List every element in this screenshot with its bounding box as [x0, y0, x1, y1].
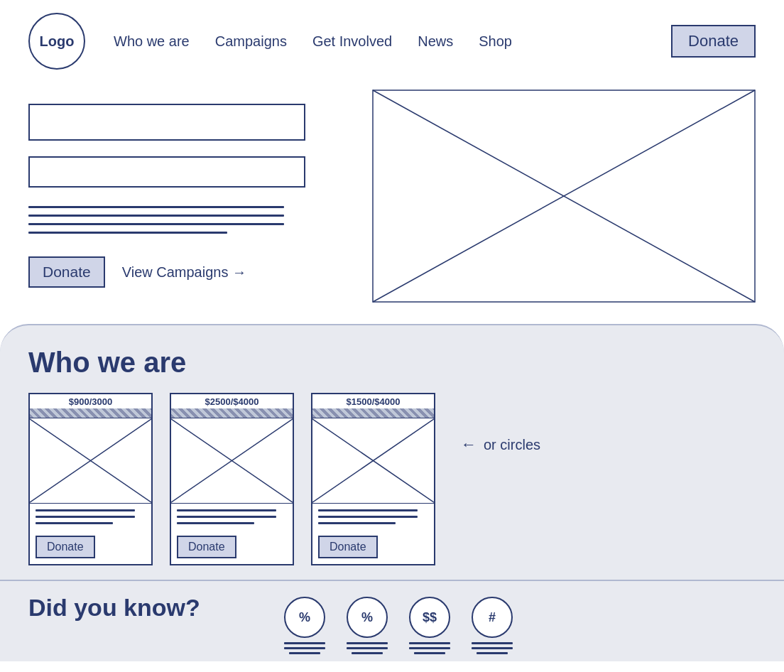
- hero-image-placeholder: [372, 90, 756, 303]
- card-3-line-1: [318, 509, 418, 511]
- nav-donate-button[interactable]: Donate: [671, 25, 756, 58]
- stat-icon-4: #: [472, 597, 513, 654]
- hero-section: Donate View Campaigns →: [0, 82, 784, 324]
- stat-lines-1: [284, 642, 325, 654]
- card-1-donate-button[interactable]: Donate: [36, 536, 95, 558]
- did-you-know-title: Did you know?: [28, 594, 241, 622]
- stat-line-2b: [347, 647, 388, 649]
- campaign-card-3: $1500/$4000 Donate: [311, 393, 435, 565]
- stat-circle-3: $$: [409, 597, 450, 638]
- nav-news[interactable]: News: [418, 33, 453, 50]
- card-3-image: [312, 418, 434, 504]
- campaign-cards: $900/3000 Donate $2500/: [28, 393, 756, 565]
- arrow-icon: ←: [461, 435, 477, 454]
- hero-text-lines: [28, 206, 355, 234]
- stat-icon-2: %: [347, 597, 388, 654]
- card-1-line-1: [36, 509, 135, 511]
- card-2-image: [171, 418, 293, 504]
- stat-circle-1: %: [284, 597, 325, 638]
- hero-line-2: [28, 215, 284, 217]
- stat-line-3b: [409, 647, 450, 649]
- card-3-line-3: [318, 522, 396, 524]
- card-3-line-2: [318, 516, 418, 518]
- stat-circle-4: #: [472, 597, 513, 638]
- stat-lines-3: [409, 642, 450, 654]
- card-1-line-3: [36, 522, 113, 524]
- nav-campaigns[interactable]: Campaigns: [215, 33, 287, 50]
- card-1-line-2: [36, 516, 135, 518]
- hero-title-placeholder: [28, 104, 305, 141]
- stat-line-1c: [289, 652, 320, 654]
- stat-lines-4: [472, 642, 513, 654]
- hero-line-3: [28, 223, 284, 225]
- card-3-progress: [312, 408, 434, 418]
- card-2-line-3: [177, 522, 254, 524]
- nav-links: Who we are Campaigns Get Involved News S…: [114, 33, 671, 50]
- stat-line-2a: [347, 642, 388, 644]
- or-circles-note: ← or circles: [461, 435, 540, 454]
- card-2-line-2: [177, 516, 276, 518]
- card-3-amount: $1500/$4000: [312, 394, 434, 408]
- card-2-text-lines: [171, 504, 293, 530]
- card-1-progress: [30, 408, 151, 418]
- campaign-card-2: $2500/$4000 Donate: [170, 393, 294, 565]
- stat-line-1b: [284, 647, 325, 649]
- card-3-donate-button[interactable]: Donate: [318, 536, 378, 558]
- who-we-are-section: Who we are $900/3000 Don: [0, 324, 784, 580]
- card-2-line-1: [177, 509, 276, 511]
- stat-line-1a: [284, 642, 325, 644]
- hero-subtitle-placeholder: [28, 156, 305, 188]
- stat-circle-2: %: [347, 597, 388, 638]
- stat-line-4a: [472, 642, 513, 644]
- stat-line-4b: [472, 647, 513, 649]
- logo: Logo: [28, 13, 85, 70]
- stat-icon-1: %: [284, 597, 325, 654]
- section-title: Who we are: [28, 347, 756, 379]
- stat-lines-2: [347, 642, 388, 654]
- hero-line-4: [28, 232, 227, 234]
- stat-icon-3: $$: [409, 597, 450, 654]
- stat-line-4c: [477, 652, 508, 654]
- card-2-amount: $2500/$4000: [171, 394, 293, 408]
- stat-icons: % % $$: [284, 597, 513, 654]
- nav-shop[interactable]: Shop: [479, 33, 512, 50]
- stat-line-3a: [409, 642, 450, 644]
- stat-line-3c: [414, 652, 445, 654]
- stats-section: Did you know? % % $$: [0, 580, 784, 661]
- card-1-amount: $900/3000: [30, 394, 151, 408]
- nav-get-involved[interactable]: Get Involved: [312, 33, 392, 50]
- card-1-image: [30, 418, 151, 504]
- hero-cta: Donate View Campaigns →: [28, 256, 355, 288]
- card-3-text-lines: [312, 504, 434, 530]
- or-circles-label: or circles: [484, 437, 540, 453]
- hero-donate-button[interactable]: Donate: [28, 256, 105, 288]
- stat-line-2c: [352, 652, 383, 654]
- hero-content: Donate View Campaigns →: [28, 104, 355, 310]
- navbar: Logo Who we are Campaigns Get Involved N…: [0, 0, 784, 82]
- card-2-donate-button[interactable]: Donate: [177, 536, 236, 558]
- campaign-card-1: $900/3000 Donate: [28, 393, 153, 565]
- hero-line-1: [28, 206, 284, 208]
- card-1-text-lines: [30, 504, 151, 530]
- nav-who-we-are[interactable]: Who we are: [114, 33, 190, 50]
- hero-campaigns-link[interactable]: View Campaigns →: [122, 264, 246, 281]
- card-2-progress: [171, 408, 293, 418]
